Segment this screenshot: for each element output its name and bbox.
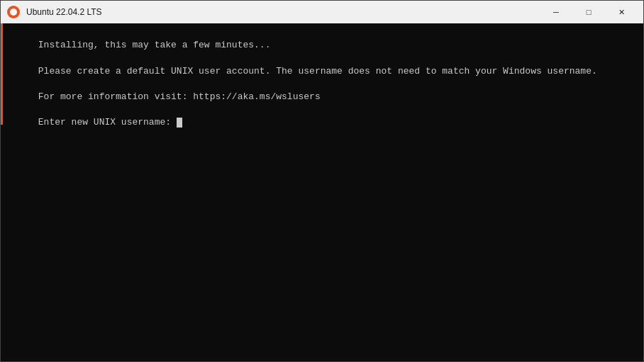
terminal-line-1: Installing, this may take a few minutes.… [38, 40, 271, 50]
maximize-button[interactable]: □ [572, 1, 605, 23]
terminal-line-3: For more information visit: https://aka.… [38, 91, 321, 102]
minimize-button[interactable]: ─ [540, 1, 572, 23]
title-bar: Ubuntu 22.04.2 LTS ─ □ ✕ [1, 1, 643, 23]
terminal-output: Installing, this may take a few minutes.… [5, 26, 639, 142]
terminal-line-4: Enter new UNIX username: [38, 117, 177, 128]
left-accent-decoration [1, 23, 3, 361]
terminal-cursor [177, 118, 182, 128]
terminal-line-2: Please create a default UNIX user accoun… [38, 66, 597, 77]
window-title: Ubuntu 22.04.2 LTS [26, 7, 540, 17]
window-controls: ─ □ ✕ [540, 1, 638, 23]
app-window: Ubuntu 22.04.2 LTS ─ □ ✕ Installing, thi… [0, 0, 644, 362]
ubuntu-logo [7, 6, 20, 18]
app-icon [6, 5, 21, 19]
close-button[interactable]: ✕ [605, 1, 638, 23]
terminal-body[interactable]: Installing, this may take a few minutes.… [1, 23, 643, 361]
